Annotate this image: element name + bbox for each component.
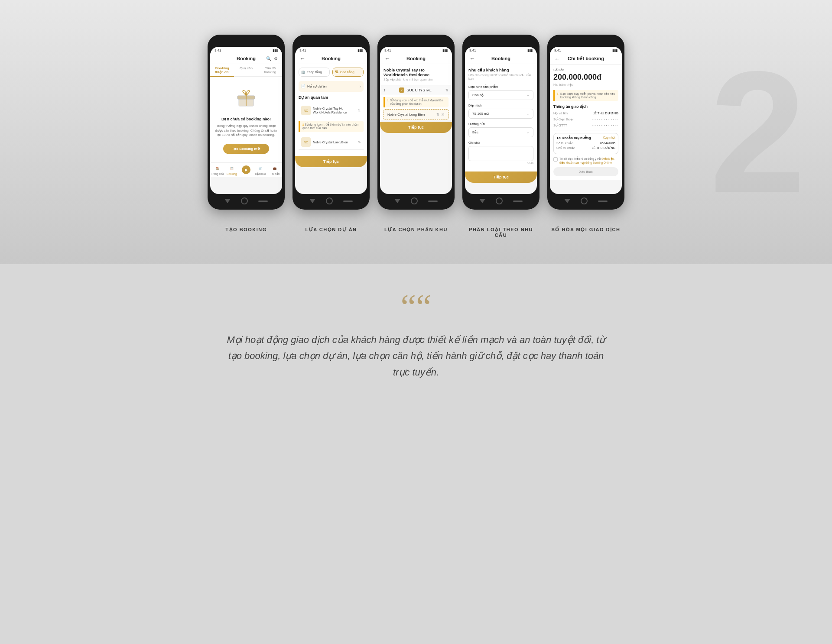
nav-home[interactable]: 🏠 Trang chủ [210,165,224,176]
play-icon: ▶ [242,165,250,174]
amount-text: Hai trăm triệu [553,83,618,87]
section-title-2: Dự án quan tâm [299,95,364,100]
nav-booking[interactable]: 📋 Booking [224,165,239,176]
create-booking-button[interactable]: Tạo Booking mới [223,144,269,154]
back-btn-3 [394,199,400,203]
remove-icon[interactable]: ✕ [441,112,445,117]
zone-checkbox-1[interactable]: ✓ [399,87,404,93]
settings-icon[interactable]: ⚙ [274,56,278,61]
verify-button[interactable]: Xác thực [553,167,618,176]
p4-subtitle: Hãy cho chúng tôi biết cụ thể hơn nhu cầ… [468,74,533,81]
back-arrow-4[interactable]: ← [469,55,475,62]
phone-3-bottom [380,194,452,205]
p3-project-name: Noble Crystal Tay Ho WorldHotels Residen… [384,68,448,77]
phone-1-screen: 9:41 ▮▮▮ Booking 🔍 ⚙ Booking thiện chí Q… [210,47,282,194]
status-bar-3: 9:41 ▮▮▮ [380,47,452,53]
tab-booking-thien-chi[interactable]: Booking thiện chí [210,64,234,77]
empty-title-1: Bạn chưa có booking nào! [221,117,271,121]
phone-5: 9:41 ▮▮▮ ← Chi tiết booking Số tiền 200.… [547,35,624,210]
tab-can-da-booking[interactable]: Căn đã booking [258,64,282,76]
tab-quy-can[interactable]: Quý căn [234,64,258,76]
screen-header-3: ← Booking [380,53,452,64]
sort-icon-1: ⇅ [358,109,361,113]
search-icon[interactable]: 🔍 [266,56,271,61]
info-row-phone: Số điện thoại ··············· [553,117,618,121]
phone-4-notch [488,39,514,45]
screen-header-5: ← Chi tiết booking [550,53,622,65]
phone-4: 9:41 ▮▮▮ ← Booking Nhu cầu khách hàng Hã… [462,35,540,210]
p5-notice: ℹ Bạn được hủy miễn phí và hoàn tiền nếu… [553,90,618,101]
p3-drag-item: Noble Crystal Long Bien ⇅ ✕ [384,109,448,120]
screen-header-4: ← Booking [465,53,537,64]
nav-play[interactable]: ▶ [239,165,253,176]
ho-so-du-an-item[interactable]: 📄 Hồ sơ dự án › [299,81,364,92]
screen-icons-1: 🔍 ⚙ [266,56,278,61]
screen-title-5: Chi tiết booking [568,56,604,61]
back-arrow-3[interactable]: ← [384,55,390,62]
gift-icon [233,86,259,112]
info-row-name: Họ và tên LÊ THU DƯƠNG [553,111,618,115]
project-item-2[interactable]: NC Noble Crystal Long Bien ⇅ [299,135,364,150]
recent-btn-3 [428,201,438,202]
back-btn-2 [309,199,315,203]
document-icon: 📄 [301,84,306,88]
phones-row: 9:41 ▮▮▮ Booking 🔍 ⚙ Booking thiện chí Q… [208,35,624,210]
type-thap-tang[interactable]: 🏢 Tháp tầng [299,68,330,77]
assets-icon: 💼 [272,165,278,172]
phone-2-notch [318,39,344,45]
p5-section-title: Thông tin giao dịch [553,104,618,109]
label-3: LỰA CHỌN PHÂN KHU [377,227,455,238]
select-loai-hinh[interactable]: Căn hộ ⌄ [468,90,533,100]
drag-sort-icon: ⇅ [436,113,439,117]
phone-4-screen: 9:41 ▮▮▮ ← Booking Nhu cầu khách hàng Hã… [465,47,537,194]
phone-3-notch [403,39,429,45]
p5-content: Số tiền 200.000.000đ Hai trăm triệu ℹ Bạ… [550,65,622,180]
recent-btn-4 [513,201,523,202]
p3-drag-notice: ℹ Sử dụng icon ↕ để kéo thả mức độ ưu ti… [384,97,448,107]
nav-assets[interactable]: 💼 Tài sản [268,165,282,176]
chevron-down-icon-3: ⌄ [526,130,530,134]
phone-3-screen: 9:41 ▮▮▮ ← Booking Noble Crystal Tay Ho … [380,47,452,194]
tabs-1: Booking thiện chí Quý căn Căn đã booking [210,64,282,77]
top-section: 9:41 ▮▮▮ Booking 🔍 ⚙ Booking thiện chí Q… [0,0,832,264]
p4-content: Nhu cầu khách hàng Hãy cho chúng tôi biế… [465,64,537,172]
recent-btn-1 [258,201,268,202]
status-bar-2: 9:41 ▮▮▮ [295,47,367,53]
phone-2-screen: 9:41 ▮▮▮ ← Booking 🏢 Tháp tầng [295,47,367,194]
quote-text: Mọi hoạt động giao dịch của khách hàng đ… [221,332,611,380]
account-section: Tài khoản thụ hưởng Cập nhật Số tài khoả… [553,133,618,154]
project-logo-1: NC [301,106,311,115]
nav-buy[interactable]: 🛒 Đặt mua [254,165,268,176]
back-arrow-5[interactable]: ← [554,55,560,62]
tiep-tuc-btn-4[interactable]: Tiếp tục [465,172,537,183]
p2-content: 🏢 Tháp tầng 🏗 Cao tầng 📄 Hồ sơ dự án [295,64,367,156]
textarea-ghi-chu[interactable] [468,146,533,161]
field-dien-tich: Diện tích 75-105 m2 ⌄ [468,104,533,119]
update-link[interactable]: Cập nhật [603,136,615,140]
type-cao-tang[interactable]: 🏗 Cao tầng [332,68,364,77]
select-dien-tich[interactable]: 75-105 m2 ⌄ [468,109,533,119]
tiep-tuc-btn-2[interactable]: Tiếp tục [295,156,367,167]
select-huong-cua[interactable]: Bắc ⌄ [468,127,533,137]
quote-section: ““ Mọi hoạt động giao dịch của khách hàn… [0,264,832,415]
status-bar-5: 9:41 ▮▮▮ [550,47,622,53]
agree-checkbox[interactable] [553,157,558,162]
agree-link[interactable]: Điều kiện, điều khoản của hợp đồng Booki… [559,157,614,164]
back-btn-5 [564,199,570,203]
phone-1-notch [233,39,259,45]
quote-mark: ““ [400,294,431,319]
account-row-owner: Chủ tài khoản LÊ THU DƯƠNG [556,146,615,150]
label-1: TẠO BOOKING [208,227,285,238]
phone-1: 9:41 ▮▮▮ Booking 🔍 ⚙ Booking thiện chí Q… [208,35,285,210]
p3-project-header: Noble Crystal Tay Ho WorldHotels Residen… [380,64,452,85]
recent-btn-2 [343,201,353,202]
project-item-1[interactable]: NC Noble Crystal Tay Ho WorldHotels Resi… [299,103,364,118]
tiep-tuc-btn-3[interactable]: Tiếp tục [380,122,452,133]
home-btn-4 [496,197,503,204]
zones-container: 1 ✓ SOL CRYSTAL ⇅ ℹ Sử dụng icon ↕ để ké… [380,85,452,120]
status-bar-1: 9:41 ▮▮▮ [210,47,282,53]
screen-title-1: Booking [237,56,256,61]
warning-icon-5: ℹ [557,92,559,99]
back-arrow-2[interactable]: ← [299,55,306,62]
home-btn-1 [241,197,248,204]
